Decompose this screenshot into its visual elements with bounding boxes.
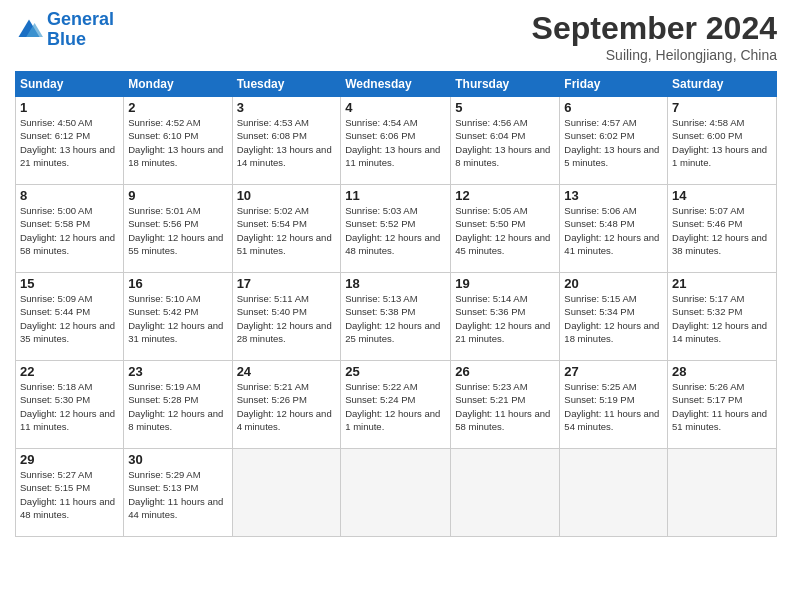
calendar-row: 8Sunrise: 5:00 AMSunset: 5:58 PMDaylight… [16,185,777,273]
page-container: General Blue September 2024 Suiling, Hei… [0,0,792,547]
day-info: Sunrise: 5:14 AMSunset: 5:36 PMDaylight:… [455,292,555,345]
day-info: Sunrise: 5:15 AMSunset: 5:34 PMDaylight:… [564,292,663,345]
calendar-cell: 9Sunrise: 5:01 AMSunset: 5:56 PMDaylight… [124,185,232,273]
calendar-cell: 1Sunrise: 4:50 AMSunset: 6:12 PMDaylight… [16,97,124,185]
calendar-table: Sunday Monday Tuesday Wednesday Thursday… [15,71,777,537]
day-number: 13 [564,188,663,203]
day-info: Sunrise: 5:18 AMSunset: 5:30 PMDaylight:… [20,380,119,433]
day-info: Sunrise: 5:10 AMSunset: 5:42 PMDaylight:… [128,292,227,345]
day-info: Sunrise: 5:00 AMSunset: 5:58 PMDaylight:… [20,204,119,257]
day-info: Sunrise: 5:02 AMSunset: 5:54 PMDaylight:… [237,204,337,257]
day-number: 29 [20,452,119,467]
calendar-cell: 11Sunrise: 5:03 AMSunset: 5:52 PMDayligh… [341,185,451,273]
calendar-cell: 8Sunrise: 5:00 AMSunset: 5:58 PMDaylight… [16,185,124,273]
calendar-cell: 12Sunrise: 5:05 AMSunset: 5:50 PMDayligh… [451,185,560,273]
day-number: 11 [345,188,446,203]
day-number: 6 [564,100,663,115]
day-info: Sunrise: 4:50 AMSunset: 6:12 PMDaylight:… [20,116,119,169]
day-number: 27 [564,364,663,379]
day-info: Sunrise: 5:05 AMSunset: 5:50 PMDaylight:… [455,204,555,257]
calendar-cell: 6Sunrise: 4:57 AMSunset: 6:02 PMDaylight… [560,97,668,185]
day-number: 24 [237,364,337,379]
day-number: 20 [564,276,663,291]
calendar-cell [668,449,777,537]
day-number: 10 [237,188,337,203]
day-info: Sunrise: 5:29 AMSunset: 5:13 PMDaylight:… [128,468,227,521]
calendar-cell: 15Sunrise: 5:09 AMSunset: 5:44 PMDayligh… [16,273,124,361]
day-number: 18 [345,276,446,291]
day-number: 28 [672,364,772,379]
calendar-row: 15Sunrise: 5:09 AMSunset: 5:44 PMDayligh… [16,273,777,361]
location-subtitle: Suiling, Heilongjiang, China [532,47,777,63]
title-area: September 2024 Suiling, Heilongjiang, Ch… [532,10,777,63]
calendar-cell: 18Sunrise: 5:13 AMSunset: 5:38 PMDayligh… [341,273,451,361]
calendar-cell: 5Sunrise: 4:56 AMSunset: 6:04 PMDaylight… [451,97,560,185]
day-number: 30 [128,452,227,467]
calendar-cell: 19Sunrise: 5:14 AMSunset: 5:36 PMDayligh… [451,273,560,361]
day-info: Sunrise: 5:13 AMSunset: 5:38 PMDaylight:… [345,292,446,345]
day-number: 12 [455,188,555,203]
header: General Blue September 2024 Suiling, Hei… [15,10,777,63]
day-info: Sunrise: 5:22 AMSunset: 5:24 PMDaylight:… [345,380,446,433]
day-number: 8 [20,188,119,203]
calendar-cell: 24Sunrise: 5:21 AMSunset: 5:26 PMDayligh… [232,361,341,449]
day-number: 3 [237,100,337,115]
day-info: Sunrise: 5:01 AMSunset: 5:56 PMDaylight:… [128,204,227,257]
day-info: Sunrise: 4:57 AMSunset: 6:02 PMDaylight:… [564,116,663,169]
day-number: 26 [455,364,555,379]
day-info: Sunrise: 5:23 AMSunset: 5:21 PMDaylight:… [455,380,555,433]
calendar-header-row: Sunday Monday Tuesday Wednesday Thursday… [16,72,777,97]
calendar-cell: 14Sunrise: 5:07 AMSunset: 5:46 PMDayligh… [668,185,777,273]
logo-general: General [47,9,114,29]
logo-text: General Blue [47,10,114,50]
calendar-body: 1Sunrise: 4:50 AMSunset: 6:12 PMDaylight… [16,97,777,537]
day-number: 5 [455,100,555,115]
day-info: Sunrise: 5:25 AMSunset: 5:19 PMDaylight:… [564,380,663,433]
calendar-cell: 13Sunrise: 5:06 AMSunset: 5:48 PMDayligh… [560,185,668,273]
day-info: Sunrise: 5:11 AMSunset: 5:40 PMDaylight:… [237,292,337,345]
col-friday: Friday [560,72,668,97]
day-info: Sunrise: 4:53 AMSunset: 6:08 PMDaylight:… [237,116,337,169]
col-saturday: Saturday [668,72,777,97]
calendar-cell [560,449,668,537]
day-number: 25 [345,364,446,379]
calendar-cell [232,449,341,537]
day-number: 1 [20,100,119,115]
day-number: 4 [345,100,446,115]
calendar-cell: 22Sunrise: 5:18 AMSunset: 5:30 PMDayligh… [16,361,124,449]
day-number: 16 [128,276,227,291]
calendar-cell: 4Sunrise: 4:54 AMSunset: 6:06 PMDaylight… [341,97,451,185]
calendar-cell: 29Sunrise: 5:27 AMSunset: 5:15 PMDayligh… [16,449,124,537]
month-title: September 2024 [532,10,777,47]
calendar-cell [341,449,451,537]
day-info: Sunrise: 4:58 AMSunset: 6:00 PMDaylight:… [672,116,772,169]
calendar-cell: 30Sunrise: 5:29 AMSunset: 5:13 PMDayligh… [124,449,232,537]
day-info: Sunrise: 5:06 AMSunset: 5:48 PMDaylight:… [564,204,663,257]
col-monday: Monday [124,72,232,97]
col-wednesday: Wednesday [341,72,451,97]
calendar-cell: 17Sunrise: 5:11 AMSunset: 5:40 PMDayligh… [232,273,341,361]
day-info: Sunrise: 5:03 AMSunset: 5:52 PMDaylight:… [345,204,446,257]
calendar-cell: 26Sunrise: 5:23 AMSunset: 5:21 PMDayligh… [451,361,560,449]
calendar-cell: 23Sunrise: 5:19 AMSunset: 5:28 PMDayligh… [124,361,232,449]
calendar-cell: 25Sunrise: 5:22 AMSunset: 5:24 PMDayligh… [341,361,451,449]
day-number: 9 [128,188,227,203]
day-info: Sunrise: 5:21 AMSunset: 5:26 PMDaylight:… [237,380,337,433]
day-info: Sunrise: 5:09 AMSunset: 5:44 PMDaylight:… [20,292,119,345]
calendar-cell: 3Sunrise: 4:53 AMSunset: 6:08 PMDaylight… [232,97,341,185]
day-info: Sunrise: 5:07 AMSunset: 5:46 PMDaylight:… [672,204,772,257]
calendar-cell: 20Sunrise: 5:15 AMSunset: 5:34 PMDayligh… [560,273,668,361]
day-info: Sunrise: 5:26 AMSunset: 5:17 PMDaylight:… [672,380,772,433]
day-info: Sunrise: 4:56 AMSunset: 6:04 PMDaylight:… [455,116,555,169]
calendar-cell: 16Sunrise: 5:10 AMSunset: 5:42 PMDayligh… [124,273,232,361]
calendar-row: 22Sunrise: 5:18 AMSunset: 5:30 PMDayligh… [16,361,777,449]
calendar-cell: 27Sunrise: 5:25 AMSunset: 5:19 PMDayligh… [560,361,668,449]
col-sunday: Sunday [16,72,124,97]
day-number: 15 [20,276,119,291]
day-number: 19 [455,276,555,291]
day-number: 23 [128,364,227,379]
calendar-row: 1Sunrise: 4:50 AMSunset: 6:12 PMDaylight… [16,97,777,185]
day-info: Sunrise: 4:54 AMSunset: 6:06 PMDaylight:… [345,116,446,169]
col-tuesday: Tuesday [232,72,341,97]
calendar-cell: 21Sunrise: 5:17 AMSunset: 5:32 PMDayligh… [668,273,777,361]
